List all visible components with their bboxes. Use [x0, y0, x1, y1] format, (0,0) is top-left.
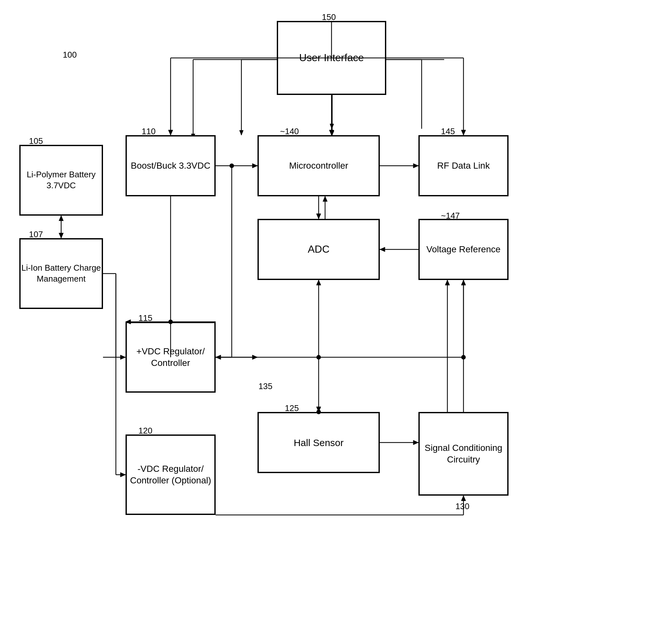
svg-marker-25 [216, 355, 221, 359]
ref-147: ~147 [441, 211, 460, 221]
rf-data-link-block: RF Data Link [418, 135, 509, 196]
svg-marker-19 [461, 130, 466, 135]
ref-140: ~140 [280, 126, 299, 137]
svg-marker-29 [316, 214, 321, 219]
ref-120: 120 [139, 426, 152, 436]
diagram-container: 100 User Interface 150 Boost/Buck 3.3VDC… [0, 0, 664, 644]
svg-point-38 [461, 355, 466, 359]
hall-sensor-block: Hall Sensor [257, 412, 380, 473]
ref-110: 110 [142, 126, 155, 137]
svg-marker-60 [120, 473, 126, 477]
svg-marker-4 [240, 130, 243, 135]
svg-marker-54 [59, 233, 63, 238]
svg-marker-41 [252, 355, 257, 359]
boost-buck-block: Boost/Buck 3.3VDC [126, 135, 216, 196]
ref-105: 105 [29, 136, 43, 146]
ref-107: 107 [29, 229, 43, 240]
svg-marker-50 [445, 280, 450, 285]
svg-point-35 [316, 355, 321, 359]
svg-marker-8 [330, 131, 334, 135]
svg-marker-37 [316, 280, 321, 285]
ref-145: 145 [441, 126, 455, 137]
pos-vdc-block: +VDC Regulator/ Controller [126, 322, 216, 393]
ref-130: 130 [455, 501, 469, 512]
ref-115: 115 [139, 313, 152, 323]
svg-marker-48 [461, 280, 466, 285]
user-interface-block: User Interface [277, 21, 386, 95]
ref-150: 150 [322, 12, 336, 22]
ref-135: 135 [258, 381, 272, 391]
svg-marker-55 [59, 216, 63, 221]
svg-marker-17 [168, 130, 173, 135]
svg-marker-21 [252, 164, 257, 168]
li-ion-charge-block: Li-Ion Battery Charge Management [19, 238, 103, 309]
svg-marker-63 [461, 496, 466, 501]
ref-100: 100 [63, 50, 77, 60]
svg-marker-33 [380, 247, 385, 252]
neg-vdc-block: -VDC Regulator/ Controller (Optional) [126, 435, 216, 515]
signal-conditioning-block: Signal Conditioning Circuitry [418, 412, 509, 496]
svg-point-22 [229, 164, 234, 168]
svg-marker-31 [323, 196, 327, 202]
ref-125: 125 [285, 403, 299, 413]
svg-marker-1 [330, 124, 334, 129]
svg-marker-46 [413, 440, 418, 445]
li-polymer-block: Li-Polymer Battery 3.7VDC [19, 145, 103, 216]
all-connections [0, 0, 664, 644]
svg-marker-27 [413, 164, 418, 168]
voltage-reference-block: Voltage Reference [418, 219, 509, 280]
microcontroller-block: Microcontroller [257, 135, 380, 196]
connections-layer [0, 0, 664, 644]
svg-marker-44 [316, 407, 321, 412]
svg-marker-13 [329, 130, 334, 135]
svg-marker-52 [120, 355, 126, 359]
adc-block: ADC [257, 219, 380, 280]
